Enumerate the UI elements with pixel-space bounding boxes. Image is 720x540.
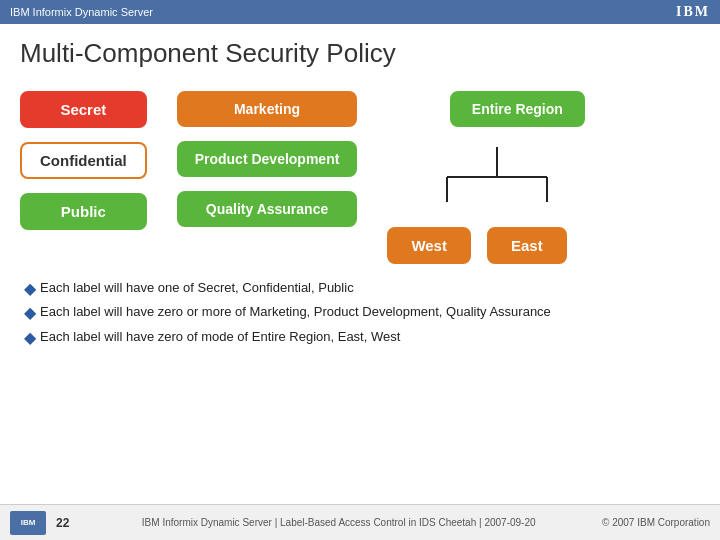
diagram: Secret Confidential Public Marketing Pro… — [20, 87, 700, 264]
footer-page-number: 22 — [56, 516, 69, 530]
label-secret: Secret — [20, 91, 147, 128]
middle-column: Marketing Product Development Quality As… — [177, 91, 358, 227]
page-title: Multi-Component Security Policy — [20, 38, 700, 69]
footer-logo: IBM — [10, 511, 46, 535]
footer-center-text: IBM Informix Dynamic Server | Label-Base… — [85, 517, 592, 528]
bullet-1: ◆ Each label will have one of Secret, Co… — [24, 278, 696, 300]
main-content: Multi-Component Security Policy Secret C… — [0, 24, 720, 504]
diamond-icon-2: ◆ — [24, 302, 36, 324]
left-column: Secret Confidential Public — [20, 91, 147, 230]
diamond-icon-1: ◆ — [24, 278, 36, 300]
bullets-section: ◆ Each label will have one of Secret, Co… — [20, 278, 700, 349]
ibm-logo: IBM — [676, 4, 710, 20]
region-east: East — [487, 227, 567, 264]
region-west: West — [387, 227, 471, 264]
bullet-2: ◆ Each label will have zero or more of M… — [24, 302, 696, 324]
label-public: Public — [20, 193, 147, 230]
dept-product-dev: Product Development — [177, 141, 358, 177]
sub-region-boxes: West East — [387, 227, 607, 264]
dept-qa: Quality Assurance — [177, 191, 358, 227]
tree-lines-svg — [387, 127, 607, 227]
footer-copyright: © 2007 IBM Corporation — [602, 517, 710, 528]
top-bar: IBM Informix Dynamic Server IBM — [0, 0, 720, 24]
footer: IBM 22 IBM Informix Dynamic Server | Lab… — [0, 504, 720, 540]
topbar-title: IBM Informix Dynamic Server — [10, 6, 153, 18]
bullet-3: ◆ Each label will have zero of mode of E… — [24, 327, 696, 349]
dept-marketing: Marketing — [177, 91, 358, 127]
entire-region-box: Entire Region — [450, 91, 585, 127]
right-column: Entire Region West — [387, 91, 700, 264]
region-tree: Entire Region West — [387, 91, 607, 264]
diamond-icon-3: ◆ — [24, 327, 36, 349]
label-confidential: Confidential — [20, 142, 147, 179]
